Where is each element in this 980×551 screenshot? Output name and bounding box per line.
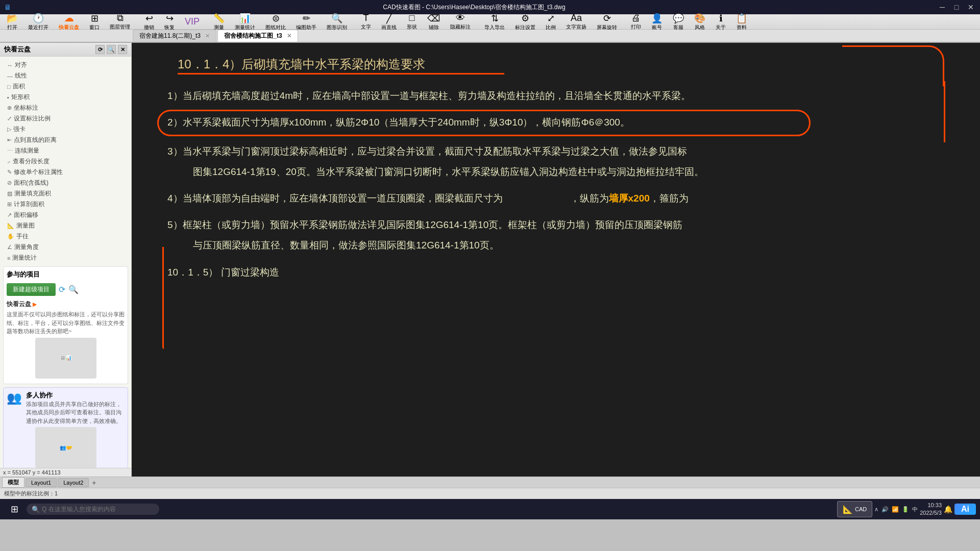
cloud-refresh-icon[interactable]: ⟳ <box>59 285 65 294</box>
ribbon-text[interactable]: T 文字 <box>356 11 376 32</box>
ribbon-vip[interactable]: VIP <box>180 15 204 29</box>
bottom-tab-model[interactable]: 模型 <box>2 477 24 488</box>
ribbon-about[interactable]: ℹ 关于 <box>711 11 730 33</box>
sidebar-search-btn[interactable]: 🔍 <box>107 45 116 54</box>
cad-line-3b: 图集12G614-1第19、20页。当水平系梁被门窗洞口切断时，水平系梁纵筋应锚… <box>152 163 960 181</box>
orange-curve-line4 <box>162 247 164 349</box>
titlebar-title: CAD快速看图 - C:\Users\Hasee\Desktop\宿舍楼结构施工… <box>383 3 565 12</box>
cont-meas-icon: ⋯ <box>7 147 13 154</box>
cad-canvas[interactable]: 10．1．4）后砌填充墙中水平系梁的构造要求 1）当后砌填充墙高度超过4m时，应… <box>132 43 980 477</box>
notification-button[interactable]: 🔔 <box>944 505 952 513</box>
sidebar-item-align[interactable]: ↔ 对齐 <box>3 60 128 70</box>
cloud-title: 参与的项目 <box>7 270 125 279</box>
sidebar-measure-section: ↔ 对齐 — 线性 □ 面积 ▪ 矩形积 ⊕ 坐标标注 <box>3 60 128 263</box>
ai-button[interactable]: Ai <box>954 504 976 515</box>
ribbon-account[interactable]: 👤 账号 <box>647 11 667 33</box>
coop-title: 多人协作 <box>26 391 125 400</box>
sidebar-item-point-dist[interactable]: ⇤ 点到直线的距离 <box>3 135 128 145</box>
taskbar-cad-app[interactable]: 📐 CAD <box>837 501 872 517</box>
bottom-tab-layout1[interactable]: Layout1 <box>26 478 57 487</box>
sidebar-item-modify-mark[interactable]: ✎ 修改单个标注属性 <box>3 167 128 178</box>
ribbon-import-export[interactable]: ⇅ 导入导出 <box>480 11 509 33</box>
ribbon-scale[interactable]: ⤢ 比例 <box>541 11 560 33</box>
tray-volume-icon[interactable]: 🔊 <box>881 506 889 513</box>
tab-drawing-2[interactable]: 宿舍楼结构施工图_t3 ✕ <box>217 30 298 42</box>
sidebar-item-meas-stats[interactable]: ≡ 测量统计 <box>3 253 128 263</box>
sidebar-item-calc-section[interactable]: ⊞ 计算剖面积 <box>3 199 128 210</box>
tab-close-1[interactable]: ✕ <box>205 33 210 39</box>
time-text: 10:33 <box>920 502 942 509</box>
area-curve-icon: ⊘ <box>7 180 12 186</box>
tray-chevron[interactable]: ∧ <box>874 506 878 513</box>
bottom-tab-layout2[interactable]: Layout2 <box>58 478 89 487</box>
cloud-description: 这里面不仅可以同步图纸和标注，还可以分享图纸、标注，平台，还可以分享图纸、标注文… <box>7 310 125 336</box>
tray-battery-icon[interactable]: 🔋 <box>902 506 909 513</box>
sidebar-item-area-curve[interactable]: ⊘ 面积(含孤线) <box>3 178 128 188</box>
ribbon-screen-rotate[interactable]: ⟳ 屏幕旋转 <box>592 11 622 33</box>
calc-sec-icon: ⊞ <box>7 201 12 208</box>
ribbon-erase[interactable]: ⌫ 辅除 <box>423 11 445 33</box>
cad-line-5: 5）框架柱（或剪力墙）预留水平系梁钢筋做法详见国际图集12G614-1第10页。… <box>152 216 960 234</box>
new-project-button[interactable]: 新建超级项目 <box>7 283 56 296</box>
date-text: 2022/5/3 <box>920 509 942 517</box>
search-container: 🔍 <box>27 504 159 515</box>
tab-close-2[interactable]: ✕ <box>287 33 291 39</box>
tray-ime-icon[interactable]: 中 <box>912 506 918 513</box>
cad-app-icon: 📐 <box>843 505 853 514</box>
tab-drawing-1[interactable]: 宿舍建施11.8(二期)_t3 ✕ <box>133 30 216 42</box>
ribbon-window[interactable]: ⊞ 窗口 <box>85 11 104 33</box>
sidebar-item-meas-fig[interactable]: 📐 测量图 <box>3 220 128 231</box>
sidebar-item-scale[interactable]: ⤢ 设置标注比例 <box>3 113 128 124</box>
sidebar-close-btn[interactable]: ✕ <box>118 45 127 54</box>
ribbon-service[interactable]: 💬 客服 <box>668 11 689 33</box>
drawing-area[interactable]: 10．1．4）后砌填充墙中水平系梁的构造要求 1）当后砌填充墙高度超过4m时，应… <box>132 43 980 477</box>
sidebar-item-continuous-meas[interactable]: ⋯ 连续测量 <box>3 145 128 156</box>
ribbon-recognition[interactable]: 🔍 图形识别 <box>322 11 352 33</box>
sidebar-refresh-btn[interactable]: ⟳ <box>95 45 105 54</box>
sidebar-item-card[interactable]: ▷ 强卡 <box>3 124 128 135</box>
scale-icon: ⤢ <box>7 115 12 122</box>
ribbon-line[interactable]: ╱ 画直线 <box>377 11 401 33</box>
sidebar-item-angle[interactable]: ∠ 测量角度 <box>3 242 128 253</box>
tray-network-icon[interactable]: 📶 <box>892 506 899 513</box>
ribbon-text-expand[interactable]: Aa 文字宣扬 <box>561 11 591 32</box>
minimize-button[interactable]: ─ <box>937 2 947 12</box>
ribbon-mark-settings[interactable]: ⚙ 标注设置 <box>510 11 540 33</box>
sidebar-item-fill-area[interactable]: ▨ 测量填充面积 <box>3 188 128 199</box>
status-model-note: 模型中的标注比例：1 <box>4 490 58 497</box>
area-off-icon: ↗ <box>7 212 12 218</box>
cloud-search-icon[interactable]: 🔍 <box>68 285 79 294</box>
sidebar-item-segment-len[interactable]: ⌿ 查看分段长度 <box>3 156 128 167</box>
sidebar-item-linear[interactable]: — 线性 <box>3 70 128 81</box>
sidebar: 快看云盘 ⟳ 🔍 ✕ ↔ 对齐 — 线性 □ 面积 <box>0 43 132 477</box>
ribbon-shape[interactable]: □ 形状 <box>402 11 422 32</box>
sidebar-item-area[interactable]: □ 面积 <box>3 81 128 92</box>
restore-button[interactable]: □ <box>951 2 962 12</box>
ribbon-print[interactable]: 🖨 打印 <box>626 11 646 32</box>
start-button[interactable]: ⊞ <box>4 500 24 518</box>
cloud-subtitle: 快看云盘 ▶ <box>7 300 125 309</box>
sidebar-item-area-offset[interactable]: ↗ 面积偏移 <box>3 210 128 220</box>
close-button[interactable]: ✕ <box>966 2 976 12</box>
layout-add-icon[interactable]: + <box>92 479 96 487</box>
meas-fig-icon: 📐 <box>7 222 14 229</box>
sidebar-header: 快看云盘 ⟳ 🔍 ✕ <box>0 43 131 57</box>
sidebar-cloud-section: 参与的项目 新建超级项目 ⟳ 🔍 快看云盘 ▶ 这里面不仅可以同步图纸和标注，还… <box>3 266 128 384</box>
cad-line-footer: 10．1．5） 门窗过梁构造 <box>152 264 960 281</box>
ribbon-materials[interactable]: 📋 资料 <box>731 11 752 33</box>
app-icon: 🖥 <box>4 3 11 11</box>
ribbon-open[interactable]: 📂 打开 <box>2 11 22 33</box>
sidebar-item-rect-area[interactable]: ▪ 矩形积 <box>3 92 128 103</box>
ribbon-style[interactable]: 🎨 风格 <box>690 11 710 33</box>
cooperation-section: 👥 多人协作 添加项目成员并共享自己做好的标注，其他成员同步后即可查看标注。项目… <box>3 387 128 468</box>
sidebar-item-hand[interactable]: ✋ 手往 <box>3 231 128 242</box>
taskbar-search-input[interactable] <box>27 504 159 515</box>
sidebar-item-coord-mark[interactable]: ⊕ 坐标标注 <box>3 103 128 113</box>
ribbon-cloud[interactable]: ☁ 快看云盘 <box>54 11 84 33</box>
card-icon: ▷ <box>7 126 11 133</box>
ribbon-recent[interactable]: 🕐 最近打开 <box>23 11 53 33</box>
ribbon-hide-mark[interactable]: 👁 隐藏标注 <box>446 11 475 32</box>
meas-stats-icon: ≡ <box>7 255 10 261</box>
bottom-tabs: 模型 Layout1 Layout2 + <box>0 477 980 488</box>
ribbon-layers[interactable]: ⧉ 图层管理 <box>105 11 135 32</box>
